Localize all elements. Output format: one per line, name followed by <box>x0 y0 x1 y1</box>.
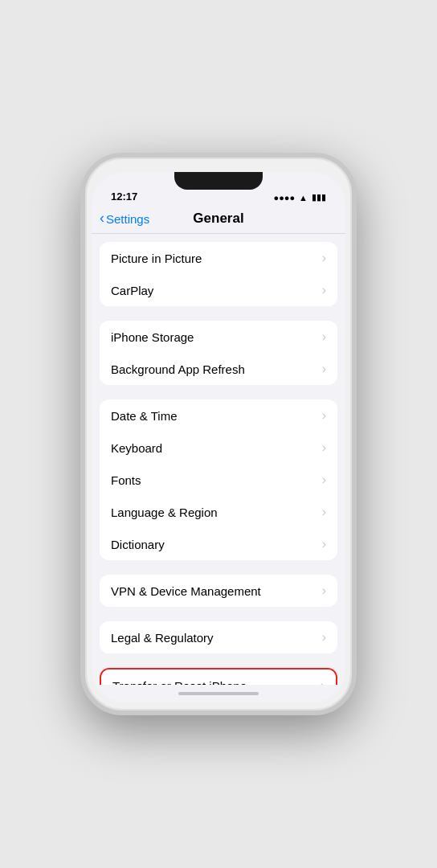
section-group-1: Picture in Picture › CarPlay › <box>100 242 337 306</box>
menu-item-picture-in-picture[interactable]: Picture in Picture › <box>100 242 337 274</box>
wifi-icon: ▲ <box>299 193 308 203</box>
menu-label-carplay: CarPlay <box>111 284 153 297</box>
menu-item-legal[interactable]: Legal & Regulatory › <box>100 621 337 653</box>
menu-item-date-time[interactable]: Date & Time › <box>100 399 337 432</box>
volume-up-button <box>80 276 82 317</box>
power-button <box>355 276 357 333</box>
menu-label-date-time: Date & Time <box>111 409 178 423</box>
home-indicator <box>92 685 345 702</box>
menu-label-background-app-refresh: Background App Refresh <box>111 362 245 376</box>
section-group-2: iPhone Storage › Background App Refresh … <box>100 321 337 385</box>
menu-item-keyboard[interactable]: Keyboard › <box>100 432 337 464</box>
section-group-5: Legal & Regulatory › <box>100 621 337 653</box>
menu-item-dictionary[interactable]: Dictionary › <box>100 528 337 560</box>
section-group-4: VPN & Device Management › <box>100 575 337 607</box>
chevron-right-icon: › <box>322 583 326 598</box>
chevron-right-icon: › <box>322 251 326 265</box>
status-icons: ●●●● ▲ ▮▮▮ <box>274 192 326 203</box>
menu-item-language-region[interactable]: Language & Region › <box>100 496 337 528</box>
menu-label-picture-in-picture: Picture in Picture <box>111 252 202 265</box>
menu-item-transfer-reset[interactable]: Transfer or Reset iPhone › <box>101 669 336 685</box>
phone-screen: 12:17 ●●●● ▲ ▮▮▮ ‹ Settings General Pict… <box>92 172 345 702</box>
menu-label-keyboard: Keyboard <box>111 441 162 455</box>
settings-content: Picture in Picture › CarPlay › iPhone St… <box>92 234 345 685</box>
chevron-right-icon: › <box>322 362 326 376</box>
home-bar <box>178 692 259 695</box>
chevron-right-icon: › <box>322 630 326 645</box>
menu-item-background-app-refresh[interactable]: Background App Refresh › <box>100 353 337 385</box>
menu-item-carplay[interactable]: CarPlay › <box>100 274 337 306</box>
menu-label-fonts: Fonts <box>111 473 141 487</box>
mute-button <box>80 246 82 268</box>
chevron-right-icon: › <box>322 473 326 487</box>
section-group-transfer: Transfer or Reset iPhone › <box>100 668 337 685</box>
menu-label-dictionary: Dictionary <box>111 538 165 551</box>
battery-icon: ▮▮▮ <box>312 192 326 203</box>
page-title: General <box>193 211 243 227</box>
section-group-3: Date & Time › Keyboard › Fonts › Languag… <box>100 399 337 560</box>
menu-label-language-region: Language & Region <box>111 506 218 519</box>
menu-label-legal: Legal & Regulatory <box>111 631 214 645</box>
menu-item-fonts[interactable]: Fonts › <box>100 464 337 496</box>
signal-icon: ●●●● <box>274 193 296 203</box>
chevron-right-icon: › <box>322 283 326 297</box>
back-chevron-icon: ‹ <box>100 210 104 227</box>
menu-item-vpn[interactable]: VPN & Device Management › <box>100 575 337 607</box>
menu-label-iphone-storage: iPhone Storage <box>111 330 194 344</box>
volume-down-button <box>80 325 82 365</box>
chevron-right-icon: › <box>322 330 326 344</box>
nav-bar: ‹ Settings General <box>92 207 345 234</box>
menu-label-vpn: VPN & Device Management <box>111 584 261 598</box>
chevron-right-icon: › <box>322 505 326 519</box>
phone-frame: 12:17 ●●●● ▲ ▮▮▮ ‹ Settings General Pict… <box>80 153 357 715</box>
menu-item-iphone-storage[interactable]: iPhone Storage › <box>100 321 337 353</box>
chevron-right-icon: › <box>322 537 326 551</box>
notch <box>174 172 263 190</box>
menu-label-transfer-reset: Transfer or Reset iPhone <box>112 679 247 686</box>
back-label: Settings <box>106 212 149 226</box>
chevron-right-icon: › <box>321 678 325 685</box>
status-time: 12:17 <box>111 190 137 203</box>
chevron-right-icon: › <box>322 408 326 423</box>
back-button[interactable]: ‹ Settings <box>100 211 149 227</box>
chevron-right-icon: › <box>322 440 326 455</box>
